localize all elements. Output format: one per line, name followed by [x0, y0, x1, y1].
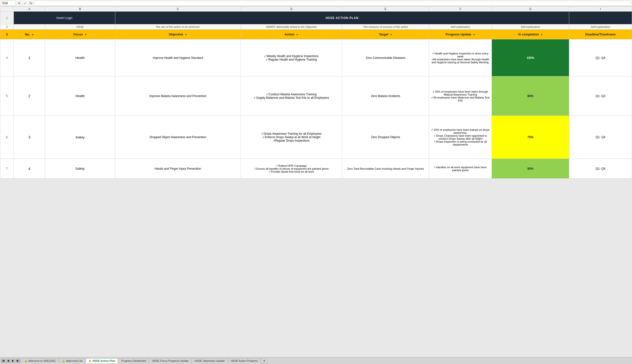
confirm-formula-btn[interactable]: ✓	[23, 1, 28, 5]
col-focus-header[interactable]: Focus ▼	[45, 30, 115, 40]
lock-icon: 🔒	[62, 360, 65, 362]
row2-deadline[interactable]: Q1- Q4	[569, 76, 632, 116]
tab-nav-prev[interactable]: ◀	[6, 358, 10, 363]
col-header-E[interactable]: E	[342, 7, 429, 12]
row4-action[interactable]: √ Rollout HFIP Campaign √ Ensure all han…	[241, 159, 342, 178]
tab-bar: |◀ ◀ ▶ ▶| 🔒 Welcome to SHEQXEL 🔒 Approve…	[0, 357, 632, 364]
row2-action[interactable]: √ Conduct Malaria Awareness Training √ S…	[241, 76, 342, 116]
row4-focus[interactable]: Safety	[45, 159, 115, 178]
tab-nav-next[interactable]: ▶	[11, 358, 15, 363]
tab-hsse-action-plan[interactable]: 🔒 HSSE Action Plan	[86, 358, 118, 363]
col-action-header[interactable]: Action ▼	[241, 30, 342, 40]
row3-focus[interactable]: Safety	[45, 116, 115, 159]
col-header-F[interactable]: F	[429, 7, 492, 12]
row1-objective[interactable]: Improve Health and Hygiene Standard	[115, 40, 241, 76]
column-label-row: 3 No. ▼ Focus ▼ Objective ▼ Action ▼	[0, 30, 632, 40]
spreadsheet-area: A B C D E F G I 1 Insert Logo HSSE ACTIO…	[0, 6, 632, 357]
instr-target: The measure of success of the action	[342, 24, 429, 30]
tab-navigation: |◀ ◀ ▶ ▶|	[1, 358, 20, 363]
col-header-C[interactable]: C	[115, 7, 241, 12]
row-num-7: 7	[0, 159, 14, 178]
tab-welcome[interactable]: 🔒 Welcome to SHEQXEL	[22, 358, 59, 363]
cell-reference[interactable]: O16	[1, 1, 16, 6]
spreadsheet-table: A B C D E F G I 1 Insert Logo HSSE ACTIO…	[0, 6, 632, 178]
main-header-row: 1 Insert Logo HSSE ACTION PLAN	[0, 12, 632, 24]
row4-deadline[interactable]: Q1- Q4	[569, 159, 632, 178]
row4-pct[interactable]: 80%	[492, 159, 569, 178]
row-num-3: 3	[0, 30, 14, 40]
row2-objective[interactable]: Improve Malaria Awareness and Prevention	[115, 76, 241, 116]
focus-dropdown-icon[interactable]: ▼	[84, 34, 87, 36]
row3-action[interactable]: √ Drops Awareness Training for all Emplo…	[241, 116, 342, 159]
cancel-formula-btn[interactable]: ✕	[17, 1, 22, 5]
instr-hsse: HSSE	[45, 24, 115, 30]
tab-action-progress[interactable]: HSSE Action Progress	[228, 358, 260, 363]
col-header-B[interactable]: B	[45, 7, 115, 12]
row3-target[interactable]: Zero Dropped Objects	[342, 116, 429, 159]
instr-progress: Self-explanatory	[429, 24, 492, 30]
col-header-D[interactable]: D	[241, 7, 342, 12]
tab-nav-last[interactable]: ▶|	[16, 358, 20, 363]
col-no-header[interactable]: No. ▼	[14, 30, 45, 40]
row3-deadline[interactable]: Q1- Q4	[569, 116, 632, 159]
col-progress-header[interactable]: Progress Update ▼	[429, 30, 492, 40]
tab-nav-first[interactable]: |◀	[1, 358, 6, 363]
row3-no[interactable]: 3	[14, 116, 45, 159]
row3-objective[interactable]: Dropped Object Awareness and Prevention	[115, 116, 241, 159]
tab-progress-dashboard[interactable]: Progress Dashboard	[118, 358, 149, 363]
pct-dropdown-icon[interactable]: ▼	[540, 34, 543, 36]
row1-action[interactable]: √ Weekly Health and Hygiene Inspections …	[241, 40, 342, 76]
col-header-A[interactable]: A	[14, 7, 45, 12]
table-row: 5 2 Health Improve Malaria Awareness and…	[0, 76, 632, 116]
row4-no[interactable]: 4	[14, 159, 45, 178]
instr-pct: Self-explanatory	[492, 24, 569, 30]
add-sheet-button[interactable]: +	[261, 358, 268, 364]
lock-icon: 🔒	[24, 360, 27, 362]
tab-approved-list[interactable]: 🔒 Approved List	[59, 358, 85, 363]
col-header-G[interactable]: G	[492, 7, 569, 12]
lock-icon: 🔒	[88, 359, 92, 362]
tab-objectives-update[interactable]: HSSE Objectives Update	[192, 358, 228, 363]
formula-input[interactable]	[34, 1, 631, 6]
corner-cell	[0, 7, 14, 12]
formula-bar: O16 ✕ ✓ fx	[0, 0, 632, 6]
col-pct-header[interactable]: % completion ▼	[492, 30, 569, 40]
col-header-I[interactable]: I	[569, 7, 632, 12]
instr-no	[14, 24, 45, 30]
row1-deadline[interactable]: Q1- Q4	[569, 40, 632, 76]
row2-no[interactable]: 2	[14, 76, 45, 116]
row4-target[interactable]: Zero Total Recordable Case involving Han…	[342, 159, 429, 178]
col-target-header[interactable]: Target ▼	[342, 30, 429, 40]
row4-progress[interactable]: √ Handles on all work equipment have bee…	[429, 159, 492, 178]
row1-no[interactable]: 1	[14, 40, 45, 76]
row2-pct[interactable]: 80%	[492, 76, 569, 116]
fx-label: fx	[28, 1, 34, 5]
column-header-row: A B C D E F G I	[0, 7, 632, 12]
logo-cell: Insert Logo	[14, 12, 115, 24]
table-row: 7 4 Safety Hands and Finger Injury Preve…	[0, 159, 632, 178]
row3-pct[interactable]: 70%	[492, 116, 569, 159]
row1-target[interactable]: Zero Communicable Diseases	[342, 40, 429, 76]
col-deadline-header[interactable]: Deadline/Timeframe	[569, 30, 632, 40]
row2-focus[interactable]: Health	[45, 76, 115, 116]
row1-focus[interactable]: Health	[45, 40, 115, 76]
row1-progress[interactable]: √ Health and Hygiene Inspection is done …	[429, 40, 492, 76]
col-objective-header[interactable]: Objective ▼	[115, 30, 241, 40]
row-num-6: 6	[0, 116, 14, 159]
row2-progress[interactable]: √ 20% of employees have been taken throu…	[429, 76, 492, 116]
target-dropdown-icon[interactable]: ▼	[390, 34, 392, 36]
header-empty-cell	[569, 12, 632, 24]
progress-dropdown-icon[interactable]: ▼	[473, 34, 475, 36]
row4-objective[interactable]: Hands and Finger Injury Prevention	[115, 159, 241, 178]
row3-progress[interactable]: √ 10% of employees have been trained on …	[429, 116, 492, 159]
table-row: 6 3 Safety Dropped Object Awareness and …	[0, 116, 632, 159]
row-num-4: 4	[0, 40, 14, 76]
title-cell: HSSE ACTION PLAN	[115, 12, 569, 24]
objective-dropdown-icon[interactable]: ▼	[185, 34, 187, 36]
tab-focus-progress[interactable]: HSSE Focus Progress Update	[149, 358, 191, 363]
row1-pct[interactable]: 100%	[492, 40, 569, 76]
action-dropdown-icon[interactable]: ▼	[296, 34, 298, 36]
row2-target[interactable]: Zero Malaria Incidents	[342, 76, 429, 116]
instr-deadline: Self-explanatory	[569, 24, 632, 30]
no-dropdown-icon[interactable]: ▼	[32, 34, 34, 36]
